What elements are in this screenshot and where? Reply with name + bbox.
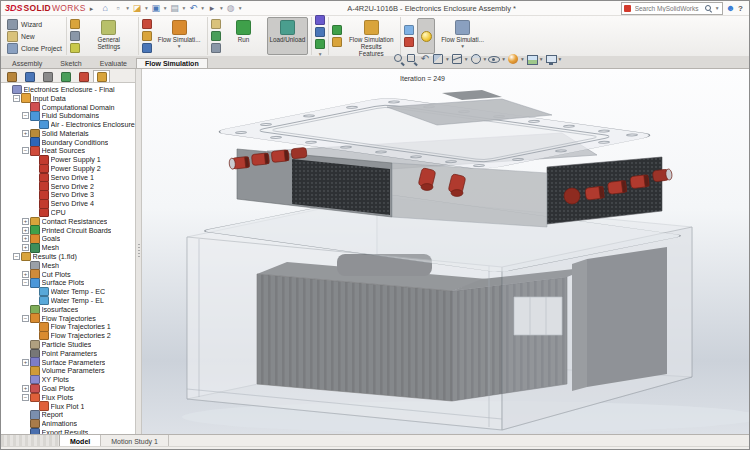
tree-item-surface-parameters[interactable]: +Surface Parameters <box>2 358 135 367</box>
view-orientation-icon-caret[interactable]: ▾ <box>465 56 468 62</box>
units-icon[interactable] <box>70 19 80 29</box>
tree-item-flow-trajectories-2[interactable]: Flow Trajectories 2 <box>2 331 135 340</box>
mesh-settings-icon[interactable] <box>211 19 221 29</box>
view-orientation-icon[interactable] <box>451 53 463 65</box>
tree-item-printed-circuit-boards[interactable]: +Printed Circuit Boards <box>2 226 135 235</box>
tree-item-cpu[interactable]: CPU <box>2 208 135 217</box>
tree-item-power-supply-2[interactable]: Power Supply 2 <box>2 164 135 173</box>
tree-item-goal-plots[interactable]: +Goal Plots <box>2 384 135 393</box>
open-icon[interactable]: ◪ <box>131 3 143 13</box>
tree-item-isosurfaces[interactable]: Isosurfaces <box>2 305 135 314</box>
tree-expander[interactable]: − <box>22 112 29 119</box>
compare-icon[interactable] <box>315 27 325 37</box>
tree-item-report[interactable]: Report <box>2 410 135 419</box>
logo-flyout-arrow-icon[interactable]: ▸ <box>90 5 94 13</box>
tree-expander[interactable]: − <box>22 147 29 154</box>
tree-item-boundary-conditions[interactable]: Boundary Conditions <box>2 138 135 147</box>
save-icon-caret[interactable]: ▾ <box>164 5 167 11</box>
zoom-to-fit-icon[interactable] <box>393 53 405 65</box>
document-tab-model[interactable]: Model <box>60 435 101 446</box>
computational-domain-icon[interactable] <box>142 19 152 29</box>
tree-item-contact-resistances[interactable]: +Contact Resistances <box>2 217 135 226</box>
tools-icon[interactable] <box>70 43 80 53</box>
tree-item-volume-parameters[interactable]: Volume Parameters <box>2 367 135 376</box>
open-icon-caret[interactable]: ▾ <box>145 5 148 11</box>
results-summary-icon[interactable] <box>332 25 342 35</box>
button-caret-icon[interactable]: ▾ <box>461 43 464 50</box>
save-icon[interactable]: ▣ <box>150 3 162 13</box>
zoom-to-area-icon[interactable] <box>406 53 418 65</box>
new-button[interactable]: New <box>6 31 63 42</box>
tree-item-air-electronics-enclosure[interactable]: Air - Electronics Enclosure <box>2 120 135 129</box>
tree-expander[interactable]: − <box>13 95 20 102</box>
tree-expander[interactable]: − <box>22 279 29 286</box>
tree-item-solid-materials[interactable]: +Solid Materials <box>2 129 135 138</box>
tree-expander[interactable]: + <box>22 218 29 225</box>
view-settings-icon[interactable] <box>545 53 557 65</box>
tab-evaluate[interactable]: Evaluate <box>91 58 136 68</box>
scene-icon-caret[interactable]: ▾ <box>540 56 543 62</box>
scene-icon[interactable] <box>526 53 538 65</box>
previous-view-icon[interactable]: ↶ <box>419 53 431 65</box>
tree-item-flux-plots[interactable]: −Flux Plots <box>2 393 135 402</box>
tab-assembly[interactable]: Assembly <box>3 58 51 68</box>
print-icon-caret[interactable]: ▾ <box>182 5 185 11</box>
goal-plot-tool-icon[interactable] <box>315 39 325 49</box>
group-caret-icon[interactable]: ▾ <box>319 51 322 57</box>
search-magnifier-icon[interactable] <box>704 4 713 13</box>
tree-item-water-temp-ec[interactable]: Water Temp - EC <box>2 287 135 296</box>
tree-item-cut-plots[interactable]: +Cut Plots <box>2 270 135 279</box>
tree-item-computational-domain[interactable]: Computational Domain <box>2 103 135 112</box>
view-settings-icon-caret[interactable]: ▾ <box>559 56 562 62</box>
tree-expander[interactable]: + <box>22 271 29 278</box>
displaymanager-tab[interactable] <box>75 70 92 82</box>
new-document-icon[interactable]: ▫ <box>112 3 124 13</box>
fluid-subdomain-icon[interactable] <box>142 31 152 41</box>
options-icon-caret[interactable]: ▾ <box>239 5 242 11</box>
engineering-database-icon[interactable] <box>70 31 80 41</box>
tab-flow-simulation[interactable]: Flow Simulation <box>136 58 208 68</box>
tree-expander[interactable]: + <box>22 227 29 234</box>
select-icon[interactable]: ▸ <box>206 3 218 13</box>
undo-icon-caret[interactable]: ▾ <box>201 5 204 11</box>
flow-simulati-button[interactable]: Flow Simulati...▾ <box>155 17 204 55</box>
display-style-icon[interactable] <box>470 53 482 65</box>
tree-item-water-temp-el[interactable]: Water Temp - EL <box>2 296 135 305</box>
search-input[interactable] <box>633 4 702 13</box>
tree-item-input-data[interactable]: −Input Data <box>2 94 135 103</box>
tree-expander[interactable]: + <box>22 235 29 242</box>
tab-sketch[interactable]: Sketch <box>51 58 90 68</box>
new-document-icon-caret[interactable]: ▾ <box>126 5 129 11</box>
tree-item-servo-drive-2[interactable]: Servo Drive 2 <box>2 182 135 191</box>
tree-item-xy-plots[interactable]: XY Plots <box>2 375 135 384</box>
tree-item-heat-sources[interactable]: −Heat Sources <box>2 147 135 156</box>
hide-show-items-icon[interactable] <box>488 53 500 65</box>
tree-item-surface-plots[interactable]: −Surface Plots <box>2 279 135 288</box>
tab-scroll-area[interactable] <box>1 435 60 446</box>
tree-expander[interactable]: + <box>22 359 29 366</box>
propertymanager-tab[interactable] <box>21 70 38 82</box>
flow-simulation-results-features-button[interactable]: Flow Simulation Results Features <box>345 17 397 55</box>
user-account-icon[interactable]: ☻ <box>726 3 735 13</box>
display-transparency-icon[interactable] <box>404 25 414 35</box>
section-view-icon-caret[interactable]: ▾ <box>446 56 449 62</box>
tree-item-servo-drive-1[interactable]: Servo Drive 1 <box>2 173 135 182</box>
tree-item-particle-studies[interactable]: Particle Studies <box>2 340 135 349</box>
tree-item-servo-drive-3[interactable]: Servo Drive 3 <box>2 191 135 200</box>
lighting-icon[interactable] <box>404 37 414 47</box>
select-icon-caret[interactable]: ▾ <box>220 5 223 11</box>
tree-item-export-results[interactable]: Export Results <box>2 428 135 434</box>
boundary-condition-icon[interactable] <box>142 43 152 53</box>
display-style-icon-caret[interactable]: ▾ <box>484 56 487 62</box>
hide-show-items-icon-caret[interactable]: ▾ <box>502 56 505 62</box>
run-settings-icon[interactable] <box>211 31 221 41</box>
solver-monitor-icon[interactable] <box>211 43 221 53</box>
featuremanager-tree-tab[interactable] <box>3 70 20 82</box>
print-icon[interactable]: ▤ <box>168 3 180 13</box>
results-template-icon[interactable] <box>332 37 342 47</box>
tree-item-animations[interactable]: Animations <box>2 419 135 428</box>
tree-item-point-parameters[interactable]: Point Parameters <box>2 349 135 358</box>
tree-expander[interactable]: − <box>22 315 29 322</box>
tree-item-flow-trajectories[interactable]: −Flow Trajectories <box>2 314 135 323</box>
search-box[interactable]: ▾ <box>621 2 723 15</box>
